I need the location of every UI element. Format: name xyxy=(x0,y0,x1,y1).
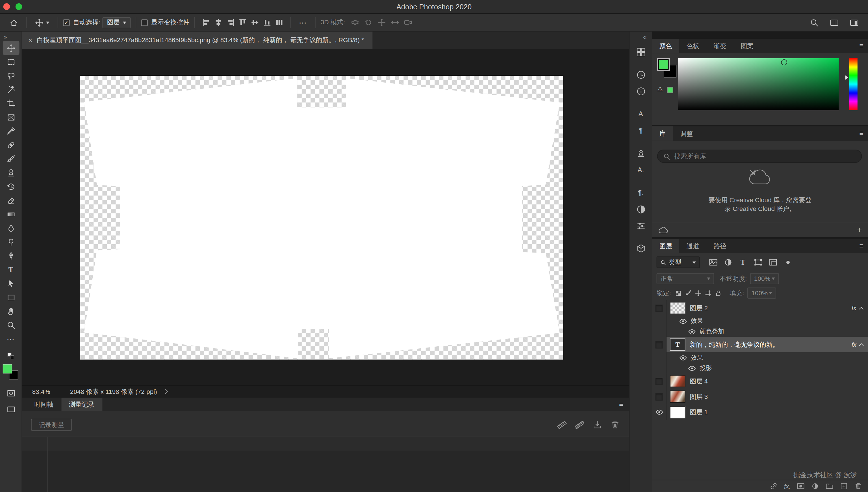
add-adjustment-layer-icon[interactable] xyxy=(811,482,819,490)
layer-name[interactable]: 新的，纯新的，毫无争议的新。 xyxy=(690,340,851,349)
canvas-area[interactable] xyxy=(22,49,629,385)
filter-shape-layers-icon[interactable] xyxy=(752,256,764,268)
tool-frame[interactable] xyxy=(3,110,19,124)
panel-icon-3d[interactable] xyxy=(634,242,647,255)
align-right-edges-button[interactable] xyxy=(225,17,236,29)
tool-rectangle-shape[interactable] xyxy=(3,290,19,304)
quick-mask-button[interactable] xyxy=(3,386,19,400)
default-colors-icon[interactable] xyxy=(7,352,14,360)
add-layer-mask-icon[interactable] xyxy=(796,482,805,490)
align-top-edges-button[interactable] xyxy=(236,17,248,29)
blend-mode-dropdown[interactable]: 正常 xyxy=(657,273,714,284)
panel-menu-icon[interactable]: ≡ xyxy=(619,398,623,411)
filter-on-off-toggle[interactable] xyxy=(782,256,794,268)
tab-swatches[interactable]: 色板 xyxy=(679,39,706,53)
new-group-icon[interactable] xyxy=(825,482,834,490)
export-measurements-icon[interactable] xyxy=(592,420,602,430)
collapse-effects-icon[interactable] xyxy=(859,306,864,311)
tool-type[interactable]: T xyxy=(3,263,19,276)
layer-thumbnail[interactable] xyxy=(670,406,685,418)
tool-move[interactable] xyxy=(3,41,19,55)
measurement-log-table[interactable] xyxy=(22,437,629,492)
layer-row[interactable]: 图层 4 xyxy=(652,373,868,389)
tab-paths[interactable]: 路径 xyxy=(706,239,734,253)
opacity-dropdown[interactable]: 100% xyxy=(750,273,779,284)
color-cursor-ring[interactable] xyxy=(781,59,787,66)
layer-row[interactable]: 图层 1 xyxy=(652,404,868,420)
home-button[interactable] xyxy=(7,16,21,29)
tool-clone-stamp[interactable] xyxy=(3,166,19,179)
panel-menu-icon[interactable]: ≡ xyxy=(859,126,864,141)
tool-blur[interactable] xyxy=(3,221,19,235)
tab-libraries[interactable]: 库 xyxy=(652,126,673,141)
filter-smart-objects-icon[interactable] xyxy=(767,256,779,268)
library-search-box[interactable] xyxy=(657,150,862,163)
tool-pen[interactable] xyxy=(3,249,19,263)
tool-preset-move[interactable] xyxy=(32,16,53,29)
foreground-color-swatch[interactable] xyxy=(3,364,12,373)
panel-icon-character[interactable]: A xyxy=(634,107,647,121)
effects-row[interactable]: 效果 xyxy=(652,352,868,363)
workspace-switcher-icon[interactable] xyxy=(847,16,862,29)
layer-name[interactable]: 图层 3 xyxy=(690,392,868,401)
document-info[interactable]: 2048 像素 x 1198 像素 (72 ppi) xyxy=(70,387,157,396)
tab-measurement-log[interactable]: 测量记录 xyxy=(61,398,102,411)
sync-cloud-icon[interactable] xyxy=(658,226,669,234)
filter-adjustment-layers-icon[interactable] xyxy=(722,256,734,268)
tool-healing-brush[interactable] xyxy=(3,138,19,152)
visibility-toggle[interactable] xyxy=(652,300,666,316)
tool-path-selection[interactable] xyxy=(3,276,19,290)
tool-brush[interactable] xyxy=(3,152,19,166)
layer-name[interactable]: 图层 1 xyxy=(690,408,868,416)
panel-menu-icon[interactable]: ≡ xyxy=(859,39,864,53)
library-search-input[interactable] xyxy=(674,153,856,160)
collapse-panels-icon[interactable]: « xyxy=(643,34,647,41)
effect-visibility-icon[interactable] xyxy=(687,329,696,335)
ruler-icon[interactable] xyxy=(557,420,567,430)
tool-history-brush[interactable] xyxy=(3,179,19,193)
3d-orbit-icon[interactable] xyxy=(348,17,362,29)
lock-transparent-pixels-icon[interactable] xyxy=(673,288,683,298)
effect-visibility-icon[interactable] xyxy=(687,365,696,371)
gamut-safe-color-chip[interactable] xyxy=(667,87,673,93)
auto-select-checkbox[interactable]: ✓自动选择: xyxy=(63,18,100,27)
tab-channels[interactable]: 通道 xyxy=(679,239,706,253)
effect-visibility-icon[interactable] xyxy=(679,318,687,324)
document-tab[interactable]: × 白模屋顶平面图__3431ea6e2747a8b2831af14865f9b… xyxy=(22,32,373,49)
visibility-toggle[interactable] xyxy=(652,337,666,352)
delete-layer-icon[interactable] xyxy=(854,482,862,490)
layer-filter-type-dropdown[interactable]: 类型 xyxy=(657,256,700,268)
align-left-edges-button[interactable] xyxy=(200,17,212,29)
status-chevron-icon[interactable] xyxy=(163,389,168,394)
tab-layers[interactable]: 图层 xyxy=(652,239,679,253)
layer-row[interactable]: 图层 3 xyxy=(652,389,868,404)
hue-slider-marker[interactable] xyxy=(845,75,848,80)
add-library-icon[interactable]: + xyxy=(857,225,862,234)
tool-dodge[interactable] xyxy=(3,235,19,249)
layer-name[interactable]: 图层 4 xyxy=(690,377,868,385)
layer-thumbnail[interactable] xyxy=(670,391,685,403)
tab-timeline[interactable]: 时间轴 xyxy=(27,398,61,411)
3d-camera-icon[interactable] xyxy=(401,17,415,29)
ruler-disabled-icon[interactable] xyxy=(575,420,585,430)
close-document-icon[interactable]: × xyxy=(28,36,32,44)
color-overlay-row[interactable]: 颜色叠加 xyxy=(652,326,868,337)
visibility-toggle[interactable] xyxy=(652,373,666,389)
panel-icon-paragraph[interactable]: ¶ xyxy=(634,124,647,138)
panel-icon-info[interactable] xyxy=(634,85,647,98)
distribute-horizontal-button[interactable] xyxy=(273,17,285,29)
tool-crop[interactable] xyxy=(3,96,19,110)
edit-toolbar-button[interactable]: ⋯ xyxy=(3,332,19,346)
layer-name[interactable]: 图层 2 xyxy=(690,304,851,312)
layer-thumbnail[interactable] xyxy=(670,375,685,387)
new-layer-icon[interactable] xyxy=(840,482,848,490)
close-window-button[interactable] xyxy=(3,3,10,10)
tool-hand[interactable] xyxy=(3,304,19,318)
tab-gradients[interactable]: 渐变 xyxy=(706,39,734,53)
panel-toggle-icon[interactable] xyxy=(827,16,841,29)
panel-icon-properties[interactable] xyxy=(634,219,647,233)
align-horizontal-centers-button[interactable] xyxy=(212,17,225,29)
layer-thumbnail[interactable] xyxy=(670,302,685,314)
panel-icon-character-styles[interactable]: A. xyxy=(634,164,647,177)
3d-slide-icon[interactable] xyxy=(388,17,401,29)
